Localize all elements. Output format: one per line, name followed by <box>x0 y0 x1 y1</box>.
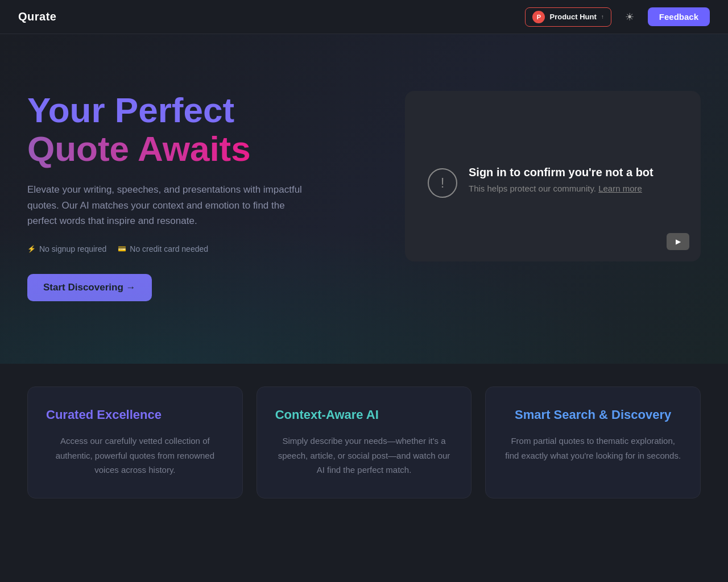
check-icon-1: ⚡ <box>27 245 36 253</box>
theme-toggle-button[interactable]: ☀ <box>621 8 639 26</box>
captcha-content: ! Sign in to confirm you're not a bot Th… <box>428 166 653 198</box>
hero-title-line2: Quote Awaits <box>27 129 251 168</box>
hero-subtitle: Elevate your writing, speeches, and pres… <box>27 182 312 228</box>
features-section: Curated Excellence Access our carefully … <box>0 386 728 544</box>
youtube-play-button[interactable] <box>667 233 689 250</box>
badge-no-credit: 💳 No credit card needed <box>118 244 208 253</box>
feature-card-smart-search: Smart Search & Discovery From partial qu… <box>485 386 701 498</box>
badge-no-signup: ⚡ No signup required <box>27 244 106 253</box>
product-hunt-icon: P <box>532 11 545 23</box>
captcha-title: Sign in to confirm you're not a bot <box>469 166 653 179</box>
feature-smart-search-desc: From partial quotes to thematic explorat… <box>504 434 682 463</box>
hero-badges: ⚡ No signup required 💳 No credit card ne… <box>27 244 371 253</box>
feedback-button[interactable]: Feedback <box>648 7 710 26</box>
logo: Qurate <box>18 10 56 23</box>
badge-no-credit-label: No credit card needed <box>130 244 208 253</box>
start-discovering-button[interactable]: Start Discovering → <box>27 274 152 301</box>
feature-smart-search-title: Smart Search & Discovery <box>504 408 682 422</box>
product-hunt-arrow-icon: ↑ <box>601 14 604 20</box>
navbar: Qurate P Product Hunt ↑ ☀ Feedback <box>0 0 728 34</box>
hero-section: Your Perfect Quote Awaits Elevate your w… <box>0 34 728 364</box>
captcha-card: ! Sign in to confirm you're not a bot Th… <box>405 91 701 261</box>
badge-no-signup-label: No signup required <box>39 244 106 253</box>
hero-title-line1: Your Perfect <box>27 90 234 130</box>
sun-icon: ☀ <box>625 11 634 23</box>
feature-curated-desc: Access our carefully vetted collection o… <box>46 434 224 477</box>
check-icon-2: 💳 <box>118 245 126 253</box>
product-hunt-label: Product Hunt <box>549 13 596 21</box>
feature-context-ai-desc: Simply describe your needs—whether it's … <box>275 434 453 477</box>
feature-card-context-ai: Context-Aware AI Simply describe your ne… <box>257 386 472 498</box>
hero-right: ! Sign in to confirm you're not a bot Th… <box>405 91 701 261</box>
captcha-text: Sign in to confirm you're not a bot This… <box>469 166 653 193</box>
feature-context-ai-title: Context-Aware AI <box>275 408 453 422</box>
hero-left: Your Perfect Quote Awaits Elevate your w… <box>27 80 371 301</box>
product-hunt-badge[interactable]: P Product Hunt ↑ <box>525 7 611 27</box>
captcha-warning-icon: ! <box>428 168 457 198</box>
captcha-description: This helps protect our community. Learn … <box>469 184 653 193</box>
hero-title: Your Perfect Quote Awaits <box>27 91 371 168</box>
nav-actions: P Product Hunt ↑ ☀ Feedback <box>525 7 710 27</box>
feature-curated-title: Curated Excellence <box>46 408 224 422</box>
feature-card-curated: Curated Excellence Access our carefully … <box>27 386 243 498</box>
captcha-learn-more-link[interactable]: Learn more <box>598 184 642 193</box>
